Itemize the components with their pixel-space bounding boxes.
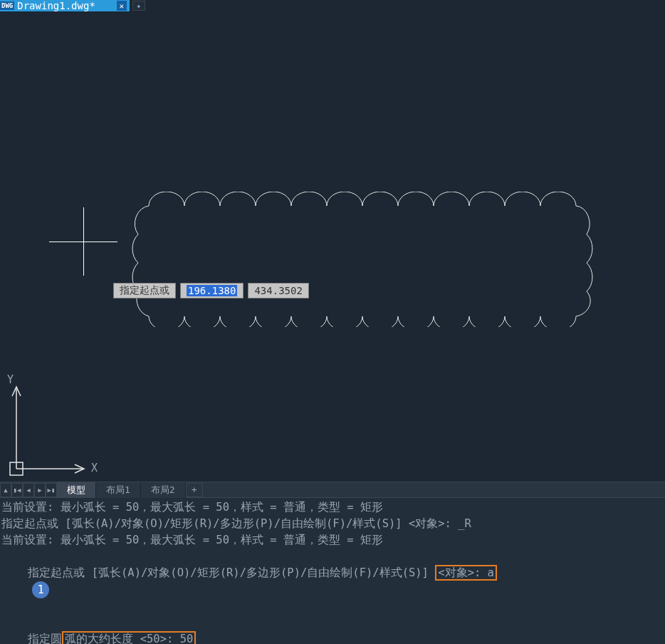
file-tab-bar: DWG Drawing1.dwg* ✕ ✦	[0, 0, 665, 11]
command-history: 当前设置: 最小弧长 = 50，最大弧长 = 50，样式 = 普通，类型 = 矩…	[0, 497, 665, 644]
layout-add-button[interactable]: +	[186, 483, 203, 497]
layout-next-button[interactable]: ▶	[34, 483, 46, 497]
revision-cloud-shape	[131, 192, 594, 327]
layout-last-button[interactable]: ▶▮	[46, 483, 57, 497]
layout-tab-model[interactable]: 模型	[57, 482, 96, 498]
history-toggle-button[interactable]: ▲	[0, 483, 11, 497]
layout-tab-1[interactable]: 布局1	[96, 482, 141, 498]
layout-first-button[interactable]: ▮◀	[11, 483, 23, 497]
layout-prev-button[interactable]: ◀	[23, 483, 34, 497]
dynamic-input-tooltip: 指定起点或 196.1380 434.3502	[113, 283, 309, 298]
history-line: 当前设置: 最小弧长 = 50，最大弧长 = 50，样式 = 普通，类型 = 矩…	[1, 532, 664, 549]
dynamic-input-x[interactable]: 196.1380	[180, 283, 244, 298]
history-line: 指定圆弧的大约长度 <50>: 50 2	[1, 615, 664, 644]
highlight-box-1: <对象>: a	[435, 565, 497, 581]
layout-tab-bar: ▲ ▮◀ ◀ ▶ ▶▮ 模型 布局1 布局2 +	[0, 482, 665, 497]
dwg-badge-icon: DWG	[0, 1, 14, 10]
history-line: 指定起点或 [弧长(A)/对象(O)/矩形(R)/多边形(P)/自由绘制(F)/…	[1, 549, 664, 615]
file-tab-name: Drawing1.dwg*	[17, 0, 95, 11]
annotation-badge-1: 1	[32, 581, 49, 598]
history-line: 指定起点或 [弧长(A)/对象(O)/矩形(R)/多边形(P)/自由绘制(F)/…	[1, 516, 664, 532]
close-tab-button[interactable]: ✕	[117, 1, 127, 11]
highlight-box-2: 弧的大约长度 <50>: 50	[62, 631, 196, 644]
ucs-y-label: Y	[7, 373, 14, 386]
file-tab[interactable]: DWG Drawing1.dwg* ✕	[0, 0, 130, 11]
history-line: 当前设置: 最小弧长 = 50，最大弧长 = 50，样式 = 普通，类型 = 矩…	[1, 499, 664, 516]
dynamic-input-prompt: 指定起点或	[113, 283, 176, 298]
layout-tab-2[interactable]: 布局2	[141, 482, 186, 498]
ucs-icon: Y X	[6, 376, 98, 476]
dynamic-input-y[interactable]: 434.3502	[248, 283, 308, 298]
new-tab-button[interactable]: ✦	[132, 1, 145, 11]
ucs-x-label: X	[91, 462, 98, 474]
drawing-canvas[interactable]: 指定起点或 196.1380 434.3502 Y X	[0, 11, 665, 482]
crosshair-cursor-icon	[49, 207, 117, 276]
